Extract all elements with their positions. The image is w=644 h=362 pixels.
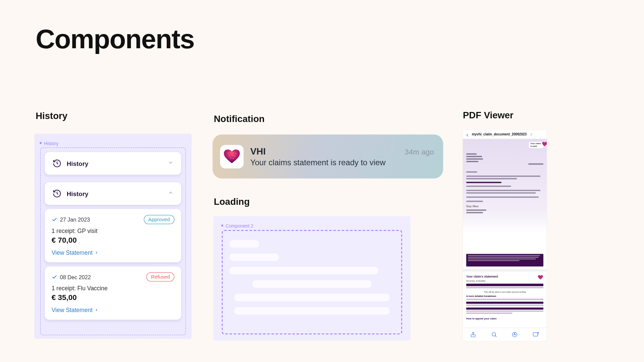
notification-text: VHI 34m ago Your claims statement is rea…	[250, 146, 434, 167]
share-icon[interactable]	[470, 331, 477, 338]
svg-point-7	[230, 157, 231, 159]
history-dashed-frame: History History 27 Jan 2023	[40, 147, 186, 335]
notification-title: VHI	[250, 146, 266, 157]
view-statement-link[interactable]: View Statement	[52, 307, 99, 313]
pdf-viewer: ‹ myvhi_claim_document_20092023 ✓ Your c…	[463, 130, 547, 341]
appeal-heading: How to appeal your claim	[466, 317, 543, 320]
back-chevron-icon[interactable]: ‹	[466, 131, 469, 138]
table-row-line	[466, 305, 543, 306]
section-label-pdf: PDF Viewer	[463, 110, 514, 121]
claim-date-text: 08 Dec 2022	[60, 274, 91, 280]
history-heading-expanded: History	[67, 190, 163, 197]
skeleton-line	[253, 280, 372, 288]
figma-tag-history-text: History	[44, 141, 58, 146]
table-row-line	[466, 287, 543, 288]
svg-point-6	[234, 155, 235, 157]
statement-title: Your claim's statement	[466, 275, 543, 278]
paid-chip-line2: is paid	[530, 145, 541, 147]
breakdown-heading: A more detailed breakdown	[466, 295, 543, 298]
figma-tag-loading: Component 2	[220, 223, 253, 228]
annotate-icon[interactable]	[532, 331, 539, 338]
svg-point-0	[227, 152, 229, 154]
chevron-down-icon	[168, 160, 174, 167]
skeleton-line	[229, 267, 378, 275]
svg-point-2	[232, 152, 234, 153]
pdf-filename: myvhi_claim_document_20092023	[472, 132, 527, 136]
pdf-toolbar-bottom	[463, 328, 547, 341]
page-title: Components	[36, 23, 644, 55]
svg-point-5	[231, 154, 233, 156]
view-statement-text: View Statement	[52, 307, 93, 313]
figma-tag-history: History	[39, 141, 58, 146]
section-label-history: History	[36, 111, 67, 122]
skeleton-line	[229, 240, 259, 248]
claim-description: 1 receipt: GP visit	[52, 228, 174, 234]
svg-rect-14	[533, 333, 538, 336]
chevron-up-icon	[168, 190, 174, 197]
claim-date: 27 Jan 2023	[52, 217, 90, 223]
claim-amount: € 35,00	[52, 293, 174, 302]
loading-skeleton	[222, 230, 402, 334]
letter-date-line	[528, 164, 543, 165]
claim-description: 1 receipt: Flu Vaccine	[52, 285, 174, 292]
claim-date: 08 Dec 2022	[52, 274, 91, 280]
status-badge-refused: Refused	[147, 273, 174, 282]
letter-signature: Susy Abon	[466, 204, 543, 208]
payment-note: This will be paid to your bank account e…	[466, 290, 543, 293]
history-clock-icon	[52, 189, 62, 198]
table-header-bar	[466, 308, 543, 310]
skeleton-line	[234, 294, 390, 301]
history-clock-icon	[52, 159, 62, 168]
claim-amount: € 70,00	[52, 236, 174, 245]
claim-card: 08 Dec 2022 Refused 1 receipt: Flu Vacci…	[45, 266, 181, 320]
vhi-heart-icon	[538, 274, 544, 282]
history-accordion-collapsed[interactable]: History	[45, 152, 181, 175]
claim-date-text: 27 Jan 2023	[60, 217, 90, 223]
svg-point-4	[229, 155, 230, 156]
notification-banner[interactable]: VHI 34m ago Your claims statement is rea…	[213, 134, 443, 178]
history-component-frame: History History History	[35, 134, 192, 339]
pdf-toolbar-top: ‹ myvhi_claim_document_20092023 ✓	[463, 130, 547, 139]
notification-time: 34m ago	[405, 148, 434, 157]
skeleton-line	[229, 253, 279, 261]
letter-address-block	[466, 154, 484, 162]
search-icon[interactable]	[491, 331, 497, 338]
claim-paid-chip: Your claim is paid	[529, 142, 543, 148]
svg-point-8	[232, 158, 234, 159]
letter-footer-block	[466, 254, 543, 267]
view-statement-text: View Statement	[52, 249, 93, 256]
svg-point-1	[230, 152, 231, 153]
notification-app-icon	[220, 145, 244, 168]
status-badge-approved: Approved	[144, 215, 174, 224]
pdf-page-1: Your claim is paid	[463, 139, 547, 269]
svg-point-3	[235, 153, 236, 154]
loading-component-frame: Component 2	[213, 216, 411, 341]
svg-line-11	[495, 336, 496, 337]
history-heading-collapsed: History	[67, 160, 163, 167]
section-label-notification: Notification	[214, 114, 265, 125]
pdf-pages[interactable]: Your claim is paid	[463, 139, 547, 328]
verified-icon: ✓	[530, 132, 533, 136]
table-row-line	[466, 310, 543, 312]
claim-card: 27 Jan 2023 Approved 1 receipt: GP visit…	[45, 209, 181, 262]
table-header-bar	[466, 284, 543, 286]
summary-heading: Summary of benefits	[466, 280, 543, 282]
table-row-line	[466, 313, 513, 314]
table-header-bar	[466, 302, 543, 304]
notification-body: Your claims statement is ready to view	[250, 158, 434, 167]
skeleton-line	[234, 307, 390, 315]
figma-tag-loading-text: Component 2	[226, 223, 254, 228]
history-accordion-header[interactable]: History	[45, 182, 181, 205]
vhi-heart-icon	[542, 142, 547, 147]
letter-body	[466, 171, 543, 202]
history-accordion-expanded: History 27 Jan 2023 Approved 1 receipt: …	[45, 182, 181, 320]
view-statement-link[interactable]: View Statement	[52, 249, 99, 256]
letter-signer-block	[466, 209, 543, 213]
pdf-page-2: Your claim's statement Summary of benefi…	[463, 272, 547, 328]
svg-point-10	[492, 333, 496, 336]
legend-line	[466, 299, 543, 300]
text-size-icon[interactable]	[512, 331, 518, 338]
section-label-loading: Loading	[214, 196, 250, 207]
